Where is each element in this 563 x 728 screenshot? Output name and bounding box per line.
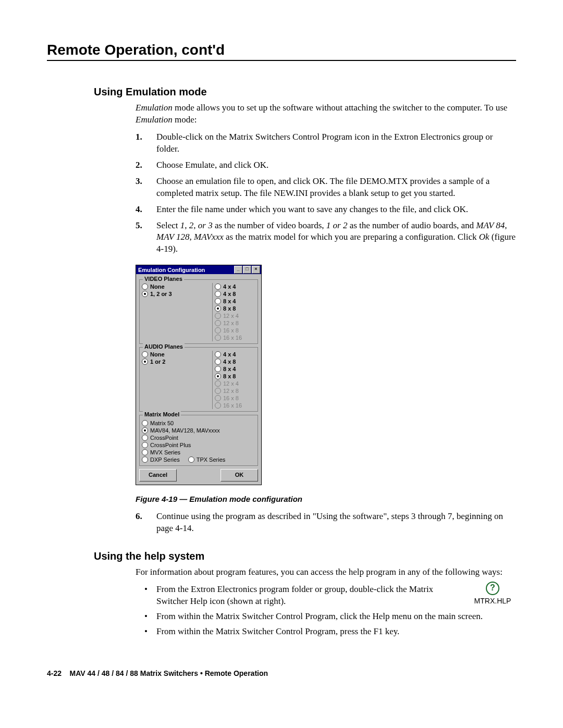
radio-label: 12 x 4 [223,312,239,319]
step-item: 1.Double-click on the Matrix Switchers C… [136,131,516,155]
figure-4-19: Emulation Configuration _ □ × VIDEO Plan… [136,265,516,485]
audio-plane-size-option[interactable]: 8 x 4 [215,365,255,373]
cancel-button[interactable]: Cancel [139,469,177,482]
radio-label: None [150,351,165,358]
radio-icon [215,380,221,387]
radio-label: 4 x 4 [223,283,236,290]
radio-label: DXP Series [150,456,180,463]
audio-plane-count-option[interactable]: None [142,351,210,358]
radio-label: TPX Series [197,456,226,463]
radio-label: 16 x 8 [223,394,239,402]
radio-icon[interactable] [215,298,221,304]
step-item: 6.Continue using the program as describe… [136,511,516,535]
radio-icon[interactable] [142,420,148,426]
radio-icon[interactable] [142,449,148,455]
audio-plane-count-option[interactable]: 1 or 2 [142,358,210,365]
matrix-model-option[interactable]: DXP Series [142,456,180,463]
video-planes-legend: VIDEO Planes [143,276,184,282]
radio-label: CrossPoint [150,434,178,441]
radio-label: Matrix 50 [150,419,174,427]
radio-icon[interactable] [188,456,194,463]
emulation-intro: Emulation mode allows you to set up the … [136,102,516,126]
video-plane-size-option: 12 x 4 [215,312,255,319]
audio-plane-size-option: 16 x 16 [215,402,255,409]
video-plane-count-option[interactable]: 1, 2 or 3 [142,290,210,298]
audio-plane-size-option: 12 x 4 [215,380,255,387]
radio-icon[interactable] [215,283,221,290]
radio-icon[interactable] [142,427,148,434]
radio-label: 8 x 4 [223,298,236,305]
emulation-step-6: 6.Continue using the program as describe… [136,511,516,535]
radio-icon[interactable] [215,305,221,312]
footer-text: MAV 44 / 48 / 84 / 88 Matrix Switchers •… [70,669,268,677]
help-icon[interactable]: ? [486,582,499,595]
radio-icon [215,402,221,409]
radio-icon [215,313,221,319]
radio-icon[interactable] [142,291,148,297]
matrix-model-option[interactable]: MAV84, MAV128, MAVxxxx [142,427,255,434]
radio-label: 8 x 4 [223,365,236,373]
radio-icon[interactable] [215,291,221,297]
radio-icon[interactable] [215,373,221,379]
video-plane-size-option[interactable]: 4 x 8 [215,290,255,298]
radio-label: 4 x 8 [223,358,236,365]
audio-plane-size-option[interactable]: 4 x 8 [215,358,255,365]
page-number: 4-22 [47,669,62,677]
radio-label: 16 x 16 [223,334,242,341]
matrix-model-legend: Matrix Model [143,411,181,417]
matrix-model-option[interactable]: MVX Series [142,449,255,456]
minimize-icon[interactable]: _ [234,266,242,274]
dialog-title: Emulation Configuration [137,267,205,273]
page-footer: 4-22 MAV 44 / 48 / 84 / 88 Matrix Switch… [47,669,516,677]
radio-icon[interactable] [142,456,148,463]
help-bullet: •From the Extron Electronics program fol… [136,584,516,608]
matrix-model-option[interactable]: Matrix 50 [142,419,255,427]
step-item: 2.Choose Emulate, and click OK. [136,159,516,171]
radio-icon[interactable] [215,351,221,357]
radio-icon[interactable] [142,351,148,357]
step-item: 4.Enter the file name under which you wa… [136,204,516,216]
radio-label: 4 x 4 [223,351,236,358]
video-plane-count-option[interactable]: None [142,283,210,290]
radio-label: 16 x 8 [223,327,239,334]
radio-label: MVX Series [150,449,180,456]
radio-icon [215,395,221,401]
emulation-steps: 1.Double-click on the Matrix Switchers C… [136,131,516,255]
video-plane-size-option[interactable]: 8 x 4 [215,298,255,305]
radio-icon [215,320,221,326]
matrix-model-option[interactable]: CrossPoint Plus [142,441,255,449]
video-plane-size-option: 12 x 8 [215,319,255,327]
radio-icon[interactable] [142,442,148,448]
matrix-model-option[interactable]: TPX Series [188,456,226,463]
video-plane-size-option: 16 x 8 [215,327,255,334]
radio-label: MAV84, MAV128, MAVxxxx [150,427,220,434]
radio-label: 8 x 8 [223,305,236,312]
section-title-emulation: Using Emulation mode [94,86,516,98]
radio-label: 12 x 8 [223,319,239,327]
radio-icon [215,327,221,334]
radio-label: 16 x 16 [223,402,242,409]
radio-icon[interactable] [142,435,148,441]
radio-label: CrossPoint Plus [150,441,191,449]
section-title-help: Using the help system [94,550,516,562]
radio-icon[interactable] [142,359,148,365]
video-plane-size-option[interactable]: 8 x 8 [215,305,255,312]
step-item: 3.Choose an emulation file to open, and … [136,176,516,200]
audio-plane-size-option[interactable]: 8 x 8 [215,373,255,380]
audio-plane-size-option[interactable]: 4 x 4 [215,351,255,358]
matrix-model-option[interactable]: CrossPoint [142,434,255,441]
close-icon[interactable]: × [252,266,260,274]
radio-icon[interactable] [215,366,221,372]
audio-planes-group: AUDIO Planes None1 or 2 4 x 44 x 88 x 48… [139,347,258,412]
audio-plane-size-option: 12 x 8 [215,387,255,394]
radio-label: None [150,283,165,290]
radio-icon[interactable] [142,283,148,290]
matrix-model-group: Matrix Model Matrix 50MAV84, MAV128, MAV… [139,415,258,466]
maximize-icon[interactable]: □ [243,266,251,274]
ok-button[interactable]: OK [221,469,258,482]
audio-plane-size-option: 16 x 8 [215,394,255,402]
radio-icon[interactable] [215,359,221,365]
figure-caption: Figure 4-19 — Emulation mode configurati… [136,495,516,503]
help-bullets: •From the Extron Electronics program fol… [136,584,516,638]
video-plane-size-option[interactable]: 4 x 4 [215,283,255,290]
